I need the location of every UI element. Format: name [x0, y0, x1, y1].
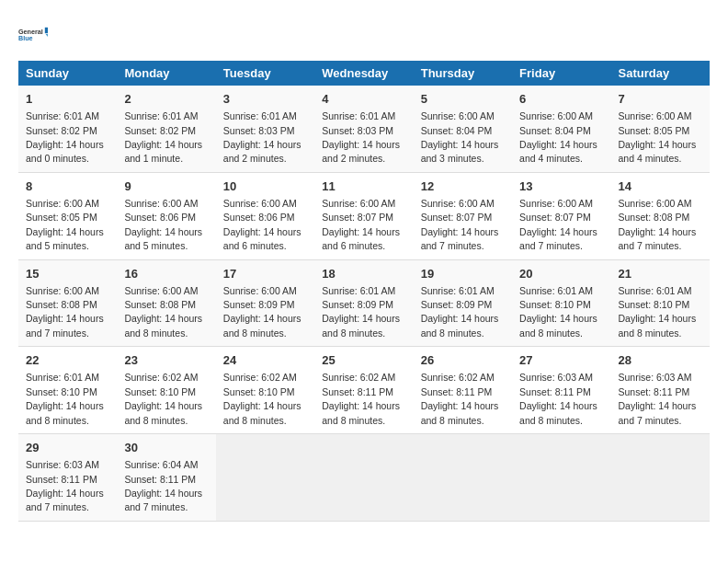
calendar-cell: 15 Sunrise: 6:00 AM Sunset: 8:08 PM Dayl…	[18, 259, 117, 347]
day-daylight: Daylight: 14 hours and 4 minutes.	[619, 139, 697, 164]
day-sunset: Sunset: 8:11 PM	[519, 386, 591, 397]
day-sunrise: Sunrise: 6:01 AM	[223, 110, 297, 121]
day-sunset: Sunset: 8:09 PM	[421, 299, 493, 310]
day-sunrise: Sunrise: 6:00 AM	[322, 198, 395, 209]
header-friday: Friday	[512, 61, 610, 86]
calendar-cell: 26 Sunrise: 6:02 AM Sunset: 8:11 PM Dayl…	[414, 347, 512, 434]
day-sunset: Sunset: 8:03 PM	[322, 125, 393, 136]
day-daylight: Daylight: 14 hours and 1 minute.	[124, 139, 202, 164]
svg-marker-3	[46, 34, 48, 38]
day-number: 25	[322, 352, 405, 369]
day-sunrise: Sunrise: 6:02 AM	[421, 372, 495, 383]
day-daylight: Daylight: 14 hours and 2 minutes.	[322, 139, 400, 164]
calendar-cell	[611, 434, 710, 522]
day-sunset: Sunset: 8:10 PM	[519, 299, 591, 310]
day-daylight: Daylight: 14 hours and 8 minutes.	[322, 400, 400, 425]
day-number: 2	[124, 91, 208, 108]
week-row-4: 22 Sunrise: 6:01 AM Sunset: 8:10 PM Dayl…	[18, 347, 710, 434]
header-tuesday: Tuesday	[216, 61, 314, 86]
day-number: 22	[26, 352, 109, 369]
day-sunrise: Sunrise: 6:03 AM	[519, 372, 593, 383]
day-daylight: Daylight: 14 hours and 7 minutes.	[26, 488, 104, 512]
calendar-cell: 12 Sunrise: 6:00 AM Sunset: 8:07 PM Dayl…	[414, 172, 512, 259]
day-sunset: Sunset: 8:11 PM	[26, 474, 97, 485]
day-number: 14	[619, 178, 702, 195]
calendar-cell	[216, 434, 314, 522]
day-sunrise: Sunrise: 6:03 AM	[619, 372, 692, 383]
day-number: 3	[223, 91, 307, 108]
calendar-cell: 4 Sunrise: 6:01 AM Sunset: 8:03 PM Dayli…	[314, 86, 413, 172]
day-number: 6	[519, 91, 603, 108]
day-sunset: Sunset: 8:07 PM	[421, 212, 493, 223]
day-sunset: Sunset: 8:04 PM	[519, 125, 591, 136]
calendar-cell: 6 Sunrise: 6:00 AM Sunset: 8:04 PM Dayli…	[512, 86, 610, 172]
day-daylight: Daylight: 14 hours and 8 minutes.	[223, 400, 301, 425]
day-daylight: Daylight: 14 hours and 7 minutes.	[124, 488, 202, 512]
day-daylight: Daylight: 14 hours and 3 minutes.	[421, 139, 499, 164]
week-row-1: 1 Sunrise: 6:01 AM Sunset: 8:02 PM Dayli…	[18, 86, 710, 172]
day-daylight: Daylight: 14 hours and 7 minutes.	[619, 400, 697, 425]
calendar-header-row: SundayMondayTuesdayWednesdayThursdayFrid…	[18, 61, 710, 86]
calendar-cell: 5 Sunrise: 6:00 AM Sunset: 8:04 PM Dayli…	[414, 86, 512, 172]
day-sunrise: Sunrise: 6:00 AM	[26, 198, 99, 209]
calendar-cell: 14 Sunrise: 6:00 AM Sunset: 8:08 PM Dayl…	[611, 172, 710, 259]
day-daylight: Daylight: 14 hours and 7 minutes.	[421, 226, 499, 251]
calendar-cell: 20 Sunrise: 6:01 AM Sunset: 8:10 PM Dayl…	[512, 259, 610, 347]
calendar-cell	[314, 434, 413, 522]
day-number: 16	[124, 266, 208, 282]
calendar-cell: 7 Sunrise: 6:00 AM Sunset: 8:05 PM Dayli…	[611, 86, 710, 172]
day-sunset: Sunset: 8:10 PM	[223, 386, 295, 397]
day-number: 29	[26, 440, 109, 456]
day-number: 19	[421, 266, 505, 282]
day-sunrise: Sunrise: 6:01 AM	[619, 285, 692, 296]
day-daylight: Daylight: 14 hours and 8 minutes.	[223, 313, 301, 338]
header-sunday: Sunday	[18, 61, 117, 86]
day-sunrise: Sunrise: 6:01 AM	[124, 110, 198, 121]
day-sunrise: Sunrise: 6:00 AM	[124, 198, 198, 209]
day-sunset: Sunset: 8:04 PM	[421, 125, 493, 136]
calendar-cell: 19 Sunrise: 6:01 AM Sunset: 8:09 PM Dayl…	[414, 259, 512, 347]
calendar-cell: 11 Sunrise: 6:00 AM Sunset: 8:07 PM Dayl…	[314, 172, 413, 259]
day-daylight: Daylight: 14 hours and 8 minutes.	[322, 313, 400, 338]
day-sunrise: Sunrise: 6:00 AM	[519, 198, 593, 209]
day-sunrise: Sunrise: 6:04 AM	[124, 459, 198, 470]
day-daylight: Daylight: 14 hours and 6 minutes.	[322, 226, 400, 251]
calendar-cell: 1 Sunrise: 6:01 AM Sunset: 8:02 PM Dayli…	[18, 86, 117, 172]
day-sunset: Sunset: 8:06 PM	[124, 212, 196, 223]
calendar-cell: 8 Sunrise: 6:00 AM Sunset: 8:05 PM Dayli…	[18, 172, 117, 259]
day-sunrise: Sunrise: 6:00 AM	[421, 198, 495, 209]
day-daylight: Daylight: 14 hours and 8 minutes.	[26, 400, 104, 425]
day-number: 12	[421, 178, 505, 195]
day-sunset: Sunset: 8:05 PM	[26, 212, 97, 223]
day-sunset: Sunset: 8:09 PM	[322, 299, 393, 310]
day-number: 27	[519, 352, 603, 369]
day-number: 10	[223, 178, 307, 195]
week-row-3: 15 Sunrise: 6:00 AM Sunset: 8:08 PM Dayl…	[18, 259, 710, 347]
logo: General Blue	[18, 18, 48, 52]
day-number: 26	[421, 352, 505, 369]
calendar-cell: 17 Sunrise: 6:00 AM Sunset: 8:09 PM Dayl…	[216, 259, 314, 347]
day-sunset: Sunset: 8:08 PM	[124, 299, 196, 310]
calendar-cell	[512, 434, 610, 522]
calendar-cell: 10 Sunrise: 6:00 AM Sunset: 8:06 PM Dayl…	[216, 172, 314, 259]
day-sunrise: Sunrise: 6:00 AM	[223, 285, 297, 296]
day-sunrise: Sunrise: 6:01 AM	[421, 285, 495, 296]
day-sunrise: Sunrise: 6:00 AM	[124, 285, 198, 296]
day-number: 30	[124, 440, 208, 456]
svg-text:Blue: Blue	[18, 34, 33, 42]
day-sunrise: Sunrise: 6:01 AM	[26, 110, 99, 121]
day-sunrise: Sunrise: 6:00 AM	[223, 198, 297, 209]
day-sunset: Sunset: 8:10 PM	[619, 299, 690, 310]
day-daylight: Daylight: 14 hours and 4 minutes.	[519, 139, 597, 164]
day-sunrise: Sunrise: 6:02 AM	[124, 372, 198, 383]
day-daylight: Daylight: 14 hours and 5 minutes.	[26, 226, 104, 251]
day-number: 15	[26, 266, 109, 282]
day-number: 11	[322, 178, 405, 195]
day-number: 4	[322, 91, 405, 108]
svg-marker-2	[45, 28, 48, 33]
calendar-cell: 3 Sunrise: 6:01 AM Sunset: 8:03 PM Dayli…	[216, 86, 314, 172]
calendar-cell: 30 Sunrise: 6:04 AM Sunset: 8:11 PM Dayl…	[117, 434, 215, 522]
day-sunrise: Sunrise: 6:00 AM	[26, 285, 99, 296]
day-sunrise: Sunrise: 6:03 AM	[26, 459, 99, 470]
calendar-cell: 23 Sunrise: 6:02 AM Sunset: 8:10 PM Dayl…	[117, 347, 215, 434]
